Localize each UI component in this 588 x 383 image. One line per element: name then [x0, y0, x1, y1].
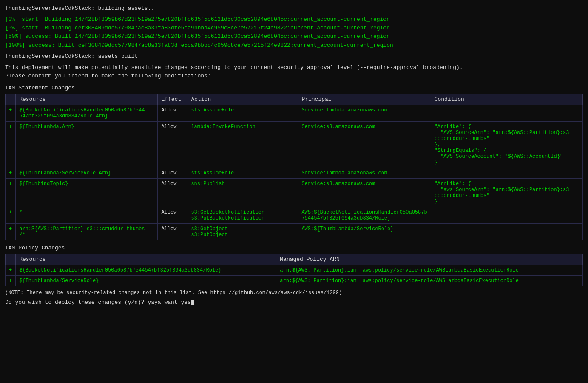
row-resource: ${BucketNotificationsHandler050a0587b754… — [16, 105, 158, 122]
policy-row-resource: ${BucketNotificationsHandler050a0587b754… — [16, 265, 276, 276]
row-principal: AWS:${BucketNotificationsHandler050a0587… — [298, 207, 431, 224]
row-plus: + — [6, 105, 16, 122]
col-principal: Principal — [298, 94, 431, 105]
assets-built-line: ThumbingServerlessCdkStack: assets built — [5, 52, 583, 61]
row-resource: ${ThumbLambda/ServiceRole.Arn} — [16, 168, 158, 179]
prompt-line: Do you wish to deploy these changes (y/n… — [5, 299, 583, 306]
row-plus: + — [6, 207, 16, 224]
col-plus — [6, 94, 16, 105]
row-principal: AWS:${ThumbLambda/ServiceRole} — [298, 224, 431, 240]
row-condition — [431, 207, 582, 224]
row-principal: Service:s3.amazonaws.com — [298, 179, 431, 207]
col-resource: Resource — [16, 94, 158, 105]
row-effect: Allow — [158, 105, 187, 122]
statement-row: +${BucketNotificationsHandler050a0587b75… — [6, 105, 583, 122]
col-action: Action — [187, 94, 298, 105]
cursor-block — [191, 300, 194, 305]
policy-col-plus — [6, 254, 16, 265]
deployment-warning-1: This deployment will make potentially se… — [5, 63, 583, 72]
build-line-5: [100%] success: Built cef308409ddc577984… — [5, 41, 583, 50]
col-effect: Effect — [158, 94, 187, 105]
statement-row: +*Allows3:GetBucketNotification s3:PutBu… — [6, 207, 583, 224]
row-action: lambda:InvokeFunction — [187, 122, 298, 168]
statement-row: +${ThumbLambda/ServiceRole.Arn}Allowsts:… — [6, 168, 583, 179]
build-line-2: [0%] start: Building 147428bf8059b67d23f… — [5, 15, 583, 24]
statement-row: +${ThumbLambda.Arn}Allowlambda:InvokeFun… — [6, 122, 583, 168]
terminal-window: ThumbingServerlessCdkStack: building ass… — [0, 0, 588, 310]
row-condition — [431, 105, 582, 122]
row-plus: + — [6, 122, 16, 168]
col-condition: Condition — [431, 94, 582, 105]
build-line-3: [0%] start: Building cef308409ddc5779847… — [5, 24, 583, 32]
row-plus: + — [6, 168, 16, 179]
row-action: sts:AssumeRole — [187, 168, 298, 179]
row-plus: + — [6, 224, 16, 240]
policy-row-arn: arn:${AWS::Partition}:iam::aws:policy/se… — [276, 265, 583, 276]
note-line: (NOTE: There may be security-related cha… — [5, 290, 583, 296]
deployment-warning-2: Please confirm you intend to make the fo… — [5, 72, 583, 80]
row-effect: Allow — [158, 207, 187, 224]
build-line-1: ThumbingServerlessCdkStack: building ass… — [5, 4, 583, 13]
row-condition: "ArnLike": { "aws:SourceArn": "arn:${AWS… — [431, 179, 582, 207]
row-effect: Allow — [158, 122, 187, 168]
row-resource: ${ThumbLambda.Arn} — [16, 122, 158, 168]
iam-policy-title: IAM Policy Changes — [5, 245, 583, 251]
policy-row-arn: arn:${AWS::Partition}:iam::aws:policy/se… — [276, 276, 583, 286]
iam-statement-title: IAM Statement Changes — [5, 85, 583, 91]
iam-policy-table: Resource Managed Policy ARN +${BucketNot… — [5, 254, 583, 286]
row-principal: Service:lambda.amazonaws.com — [298, 105, 431, 122]
row-effect: Allow — [158, 224, 187, 240]
statement-row: +${ThumbingTopic}Allowsns:PublishService… — [6, 179, 583, 207]
row-action: s3:GetObject s3:PutObject — [187, 224, 298, 240]
row-effect: Allow — [158, 168, 187, 179]
row-action: s3:GetBucketNotification s3:PutBucketNot… — [187, 207, 298, 224]
policy-row-plus: + — [6, 276, 16, 286]
policy-row: +${ThumbLambda/ServiceRole}arn:${AWS::Pa… — [6, 276, 583, 286]
policy-row-resource: ${ThumbLambda/ServiceRole} — [16, 276, 276, 286]
row-resource: * — [16, 207, 158, 224]
policy-col-arn: Managed Policy ARN — [276, 254, 583, 265]
statement-row: +arn:${AWS::Partition}:s3:::cruddur-thum… — [6, 224, 583, 240]
row-action: sts:AssumeRole — [187, 105, 298, 122]
row-action: sns:Publish — [187, 179, 298, 207]
iam-statement-table: Resource Effect Action Principal Conditi… — [5, 94, 583, 240]
policy-col-resource: Resource — [16, 254, 276, 265]
row-principal: Service:lambda.amazonaws.com — [298, 168, 431, 179]
row-resource: ${ThumbingTopic} — [16, 179, 158, 207]
row-plus: + — [6, 179, 16, 207]
build-line-4: [50%] success: Built 147428bf8059b67d23f… — [5, 32, 583, 41]
row-principal: Service:s3.amazonaws.com — [298, 122, 431, 168]
row-condition — [431, 224, 582, 240]
row-condition: "ArnLike": { "AWS:SourceArn": "arn:${AWS… — [431, 122, 582, 168]
policy-row: +${BucketNotificationsHandler050a0587b75… — [6, 265, 583, 276]
row-resource: arn:${AWS::Partition}:s3:::cruddur-thumb… — [16, 224, 158, 240]
policy-row-plus: + — [6, 265, 16, 276]
row-effect: Allow — [158, 179, 187, 207]
row-condition — [431, 168, 582, 179]
